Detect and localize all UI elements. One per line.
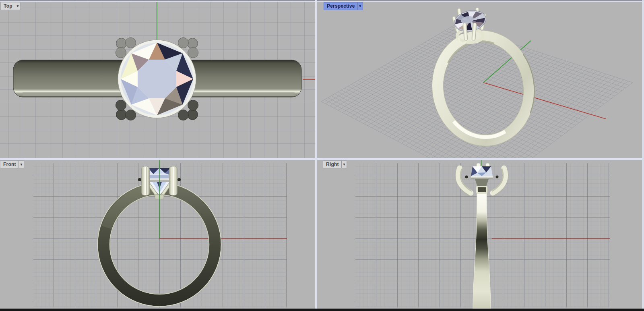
dropdown-arrow-icon[interactable]: ▾ xyxy=(15,2,21,10)
viewport-splitter-vertical[interactable] xyxy=(315,0,317,309)
viewport-tab-label: Right xyxy=(326,162,339,167)
viewport-top[interactable]: Top ▾ xyxy=(0,2,315,158)
front-view-canvas[interactable] xyxy=(0,160,315,309)
viewport-perspective[interactable]: Perspective ▾ xyxy=(317,2,642,158)
viewport-right[interactable]: Right ▾ xyxy=(317,160,644,309)
application-window: Top ▾ Perspective ▾ Front ▾ Right ▾ xyxy=(0,0,644,311)
viewport-splitter-horizontal[interactable] xyxy=(0,158,644,160)
dropdown-arrow-icon[interactable]: ▾ xyxy=(19,161,24,168)
viewport-tab-label: Perspective xyxy=(327,3,355,9)
top-view-canvas[interactable] xyxy=(0,2,315,158)
dropdown-arrow-icon[interactable]: ▾ xyxy=(341,161,347,168)
viewport-tab-top[interactable]: Top ▾ xyxy=(0,2,21,10)
right-view-canvas[interactable] xyxy=(317,160,644,309)
dropdown-arrow-icon[interactable]: ▾ xyxy=(357,2,363,10)
perspective-view-canvas[interactable] xyxy=(317,2,642,158)
viewport-tab-label: Top xyxy=(4,3,12,9)
viewport-front[interactable]: Front ▾ xyxy=(0,160,315,309)
window-bottom-edge xyxy=(0,309,644,311)
viewport-tab-perspective[interactable]: Perspective ▾ xyxy=(324,2,363,10)
viewport-tab-front[interactable]: Front ▾ xyxy=(0,160,24,168)
viewport-tab-label: Front xyxy=(3,162,16,167)
window-right-border xyxy=(642,0,644,309)
viewport-tab-right[interactable]: Right ▾ xyxy=(323,160,347,168)
